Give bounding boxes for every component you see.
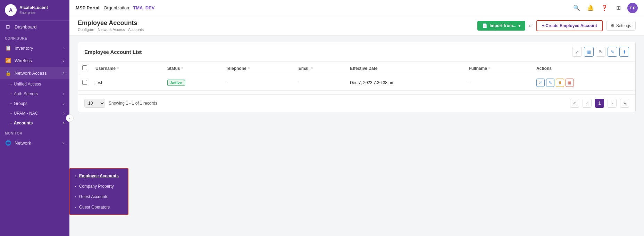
sidebar-item-network-access[interactable]: 🔒 Network Access ∧ bbox=[0, 67, 69, 79]
card-title: Employee Account List bbox=[84, 49, 142, 55]
content-area: Employee Account List ⤢ ▦ ↻ ✎ ⬆ bbox=[69, 35, 644, 236]
sidebar-nav: ⊞ Dashboard CONFIGURE 📋 Inventory › 📶 Wi… bbox=[0, 21, 69, 236]
groups-chevron-icon: › bbox=[63, 101, 65, 106]
brand-name: Alcatel·Lucent bbox=[19, 5, 48, 11]
sidebar-item-upam-nac[interactable]: ● UPAM - NAC › bbox=[0, 108, 69, 118]
expand-row-button[interactable]: ⤢ bbox=[536, 79, 545, 87]
next-page-button[interactable]: › bbox=[608, 99, 617, 108]
edit-columns-button[interactable]: ✎ bbox=[608, 47, 617, 57]
bell-icon[interactable]: 🔔 bbox=[586, 3, 595, 13]
breadcrumb-network-access[interactable]: Network Access bbox=[98, 27, 125, 32]
fullname-col-label: Fullname bbox=[469, 66, 487, 71]
cell-effective-date: Dec 7, 2023 7:36:38 am bbox=[346, 75, 465, 91]
inventory-chevron-icon: › bbox=[64, 46, 65, 50]
first-page-button[interactable]: « bbox=[570, 99, 579, 108]
logo: A Alcatel·Lucent Enterprise bbox=[0, 0, 69, 21]
employee-account-list-card: Employee Account List ⤢ ▦ ↻ ✎ ⬆ bbox=[78, 42, 636, 112]
card-toolbar: ⤢ ▦ ↻ ✎ ⬆ bbox=[572, 47, 629, 57]
network-chevron-icon: ∨ bbox=[62, 141, 65, 145]
status-col-label: Status bbox=[167, 66, 180, 71]
logo-circle: A bbox=[5, 4, 17, 16]
expand-table-button[interactable]: ⤢ bbox=[572, 47, 582, 57]
status-filter-icon[interactable]: ≡ bbox=[181, 66, 183, 70]
inventory-icon: 📋 bbox=[5, 45, 11, 51]
sidebar-item-accounts[interactable]: ● Accounts › bbox=[0, 118, 69, 128]
sidebar-item-groups[interactable]: ● Groups › bbox=[0, 99, 69, 108]
email-filter-icon[interactable]: ≡ bbox=[311, 66, 313, 70]
table-row: test Active - - Dec 7, 2023 7:36:38 am -… bbox=[78, 75, 635, 91]
create-employee-account-button[interactable]: + Create Employee Account bbox=[536, 20, 603, 31]
page-size-select[interactable]: 10 25 50 100 bbox=[84, 99, 105, 108]
columns-button[interactable]: ▦ bbox=[584, 47, 594, 57]
search-icon[interactable]: 🔍 bbox=[572, 3, 582, 13]
guest-accounts-dot: ● bbox=[75, 196, 76, 198]
sidebar-item-inventory[interactable]: 📋 Inventory › bbox=[0, 42, 69, 54]
import-button[interactable]: 📄 Import from... ▾ bbox=[477, 21, 525, 31]
msp-portal-label: MSP Portal bbox=[76, 5, 99, 10]
accounts-submenu-popup: ● Employee Accounts ● Company Property ●… bbox=[69, 168, 128, 215]
brand-sub: Enterprise bbox=[19, 10, 48, 15]
topbar: MSP Portal Organization: TMA_DEV 🔍 🔔 ❓ ⊞… bbox=[69, 0, 644, 16]
status-badge: Active bbox=[167, 80, 185, 86]
breadcrumb-sep1: - bbox=[95, 27, 98, 32]
sidebar-item-network[interactable]: 🌐 Network ∨ bbox=[0, 137, 69, 149]
or-text: or bbox=[529, 23, 533, 28]
accounts-chevron-icon: › bbox=[63, 121, 65, 125]
header-actions: Actions bbox=[532, 62, 635, 75]
prev-page-button[interactable]: ‹ bbox=[583, 99, 592, 108]
submenu-guest-accounts[interactable]: ● Guest Accounts bbox=[70, 192, 128, 202]
cell-email: - bbox=[294, 75, 346, 91]
page-title: Employee Accounts bbox=[78, 19, 477, 27]
fullname-filter-icon[interactable]: ≡ bbox=[488, 66, 491, 70]
network-icon: 🌐 bbox=[5, 140, 11, 146]
upload-button[interactable]: ⬆ bbox=[619, 47, 629, 57]
select-all-checkbox[interactable] bbox=[82, 65, 87, 70]
settings-gear-icon: ⚙ bbox=[611, 23, 614, 28]
telephone-col-label: Telephone bbox=[226, 66, 246, 71]
row-checkbox[interactable] bbox=[82, 80, 87, 85]
edit-row-button[interactable]: ✎ bbox=[546, 79, 554, 87]
unified-access-dot: ● bbox=[10, 83, 12, 85]
submenu-guest-operators[interactable]: ● Guest Operators bbox=[70, 202, 128, 212]
wireless-icon: 📶 bbox=[5, 58, 11, 63]
apps-icon[interactable]: ⊞ bbox=[613, 3, 623, 13]
header-fullname: Fullname ≡ bbox=[465, 62, 532, 75]
auth-servers-label: Auth Servers bbox=[14, 91, 38, 96]
breadcrumb-accounts[interactable]: Accounts bbox=[128, 27, 144, 32]
main-content: MSP Portal Organization: TMA_DEV 🔍 🔔 ❓ ⊞… bbox=[69, 0, 644, 236]
sidebar-item-auth-servers[interactable]: ● Auth Servers › bbox=[0, 89, 69, 99]
sidebar-item-dashboard[interactable]: ⊞ Dashboard bbox=[0, 21, 69, 33]
upam-nac-label: UPAM - NAC bbox=[14, 111, 38, 116]
last-page-button[interactable]: » bbox=[620, 99, 629, 108]
submenu-employee-accounts[interactable]: ● Employee Accounts bbox=[70, 171, 128, 181]
sidebar-item-wireless[interactable]: 📶 Wireless ∨ bbox=[0, 54, 69, 67]
page-number-1[interactable]: 1 bbox=[595, 99, 604, 108]
breadcrumb: Configure - Network Access - Accounts bbox=[78, 27, 477, 32]
table-body: test Active - - Dec 7, 2023 7:36:38 am -… bbox=[78, 75, 635, 91]
effective-date-col-label: Effective Date bbox=[350, 66, 377, 71]
import-icon: 📄 bbox=[482, 23, 487, 28]
submenu-company-property[interactable]: ● Company Property bbox=[70, 181, 128, 192]
username-filter-icon[interactable]: ≡ bbox=[117, 66, 119, 70]
network-access-chevron-icon: ∧ bbox=[62, 71, 65, 75]
employee-accounts-label: Employee Accounts bbox=[79, 173, 119, 178]
user-avatar[interactable]: T P bbox=[627, 3, 638, 13]
header-username: Username ≡ bbox=[91, 62, 163, 75]
breadcrumb-configure[interactable]: Configure bbox=[78, 27, 94, 32]
sidebar-collapse-button[interactable]: ‹ bbox=[66, 114, 74, 122]
employee-account-table: Username ≡ Status ≡ bbox=[78, 62, 635, 91]
groups-dot: ● bbox=[10, 103, 12, 105]
telephone-filter-icon[interactable]: ≡ bbox=[248, 66, 250, 70]
toggle-row-button[interactable]: ⏸ bbox=[556, 79, 564, 87]
monitor-section-label: MONITOR bbox=[0, 128, 69, 137]
help-icon[interactable]: ❓ bbox=[600, 3, 609, 13]
guest-accounts-label: Guest Accounts bbox=[79, 194, 108, 199]
cell-username: test bbox=[91, 75, 163, 91]
sidebar-item-unified-access[interactable]: ● Unified Access bbox=[0, 79, 69, 89]
sidebar-network-label: Network bbox=[15, 140, 59, 146]
delete-row-button[interactable]: 🗑 bbox=[566, 79, 574, 87]
refresh-button[interactable]: ↻ bbox=[596, 47, 605, 57]
settings-button[interactable]: ⚙ Settings bbox=[606, 21, 636, 31]
company-property-dot: ● bbox=[75, 185, 76, 187]
pagination-bar: 10 25 50 100 Showing 1 - 1 of 1 records … bbox=[78, 94, 635, 112]
